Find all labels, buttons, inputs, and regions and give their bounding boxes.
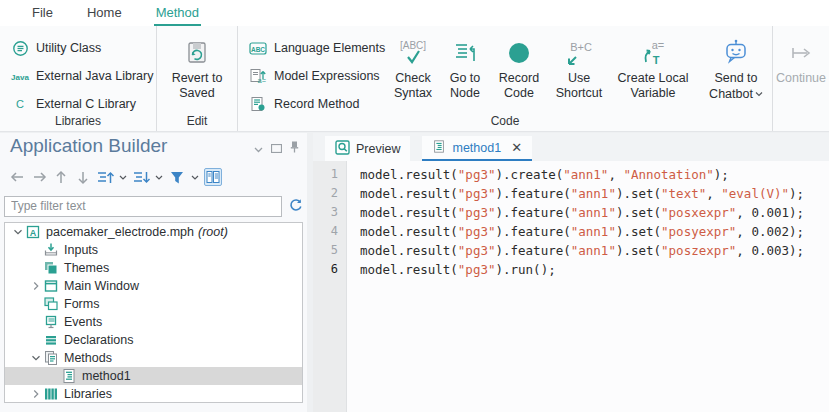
svg-text:A: A xyxy=(30,228,37,238)
panel-menu-chevron-icon[interactable] xyxy=(254,141,263,156)
go-to-node-label: Go to Node xyxy=(443,71,487,101)
record-code-label: Record Code xyxy=(493,71,545,101)
tree-item-label: Events xyxy=(64,315,102,329)
create-local-variable-label: Create Local Variable xyxy=(613,71,693,101)
tree-item-events[interactable]: Events xyxy=(5,313,302,331)
code-text: ).run(); xyxy=(495,262,555,277)
expander-down-icon[interactable] xyxy=(29,351,43,365)
use-shortcut-label: Use Shortcut xyxy=(551,71,607,101)
revert-to-saved-button[interactable]: Revert to Saved xyxy=(165,28,229,101)
svg-text:Java: Java xyxy=(11,73,29,82)
external-java-library-label: External Java Library xyxy=(36,69,153,83)
check-syntax-button[interactable]: [ABC] Check Syntax xyxy=(386,28,440,102)
record-method-icon xyxy=(248,95,268,113)
method-doc-icon xyxy=(432,139,446,157)
down-arrow-icon[interactable] xyxy=(74,168,92,186)
filter-caret-icon[interactable] xyxy=(190,168,200,186)
tree-item-label: Themes xyxy=(64,261,109,275)
tree-item-method1[interactable]: method1 xyxy=(5,367,302,385)
string-literal: "ann1" xyxy=(571,224,616,239)
float-window-icon[interactable] xyxy=(271,141,282,156)
methods-icon xyxy=(43,350,59,366)
move-up-caret-icon[interactable] xyxy=(118,168,128,186)
tab-home[interactable]: Home xyxy=(85,1,124,26)
tree-item-main-window[interactable]: Main Window xyxy=(5,277,302,295)
tab-file[interactable]: File xyxy=(30,1,55,26)
model-expressions-label: Model Expressions xyxy=(274,69,380,83)
go-to-node-button[interactable]: Go to Node xyxy=(440,28,490,102)
events-icon xyxy=(43,314,59,330)
language-elements-button[interactable]: ABC Language Elements xyxy=(248,34,385,62)
tree-item-forms[interactable]: Forms xyxy=(5,295,302,313)
themes-icon xyxy=(43,260,59,276)
record-code-button[interactable]: Record Code xyxy=(490,28,548,102)
code-text: ).set( xyxy=(616,205,661,220)
code-text: , 0.003); xyxy=(736,243,804,258)
svg-text:C: C xyxy=(16,98,24,110)
chatbot-icon xyxy=(721,35,751,71)
tree-item-declarations[interactable]: Declarations xyxy=(5,331,302,349)
method-editor: Preview method1 ✕ 123456 model.result("p… xyxy=(313,133,829,412)
utility-class-label: Utility Class xyxy=(36,41,101,55)
string-literal: "poszexpr" xyxy=(661,243,736,258)
tree-item-libraries[interactable]: Libraries xyxy=(5,385,302,403)
method1-tab-label: method1 xyxy=(452,141,501,155)
utility-class-icon xyxy=(10,39,30,57)
expander-down-icon[interactable] xyxy=(11,225,25,239)
code-line[interactable]: model.result("pg3").feature("ann1").set(… xyxy=(360,222,829,241)
expander-spacer xyxy=(29,315,43,329)
code-area[interactable]: model.result("pg3").create("ann1", "Anno… xyxy=(347,161,829,412)
move-down-list-icon[interactable] xyxy=(132,168,150,186)
revert-to-saved-icon xyxy=(183,35,211,71)
language-elements-label: Language Elements xyxy=(274,41,385,55)
code-line[interactable]: model.result("pg3").create("ann1", "Anno… xyxy=(360,165,829,184)
show-in-settings-toggle-icon[interactable] xyxy=(204,168,222,186)
expander-right-icon[interactable] xyxy=(29,279,43,293)
use-shortcut-button[interactable]: B+C Use Shortcut xyxy=(548,28,610,102)
code-line[interactable]: model.result("pg3").feature("ann1").set(… xyxy=(360,184,829,203)
tab-method[interactable]: Method xyxy=(154,1,201,26)
c-icon: C xyxy=(10,95,30,113)
tree-item-suffix: (root) xyxy=(198,225,228,239)
refresh-icon[interactable] xyxy=(288,197,303,215)
up-arrow-icon[interactable] xyxy=(52,168,70,186)
code-text: model.result( xyxy=(360,186,458,201)
chevron-down-icon[interactable] xyxy=(755,86,763,101)
create-local-variable-icon: a=T xyxy=(636,35,670,71)
expander-spacer xyxy=(29,333,43,347)
tab-method1[interactable]: method1 ✕ xyxy=(422,136,532,161)
app-root-icon: A xyxy=(25,224,41,240)
tree-item-inputs[interactable]: Inputs xyxy=(5,241,302,259)
string-literal: "pg3" xyxy=(458,243,496,258)
code-text: ); xyxy=(714,167,729,182)
string-literal: "text" xyxy=(661,186,706,201)
tab-preview[interactable]: Preview xyxy=(325,136,410,161)
use-shortcut-icon: B+C xyxy=(562,35,596,71)
send-to-chatbot-button[interactable]: Send to Chatbot xyxy=(696,28,776,102)
move-down-caret-icon[interactable] xyxy=(154,168,164,186)
declarations-icon xyxy=(43,332,59,348)
string-literal: "ann1" xyxy=(571,243,616,258)
create-local-variable-button[interactable]: a=T Create Local Variable xyxy=(610,28,696,102)
utility-class-button[interactable]: Utility Class xyxy=(10,34,153,62)
move-up-list-icon[interactable] xyxy=(96,168,114,186)
filter-funnel-icon[interactable] xyxy=(168,168,186,186)
pin-icon[interactable] xyxy=(290,141,299,156)
continue-button[interactable]: Continue xyxy=(773,28,829,86)
svg-text:a=: a= xyxy=(652,39,665,51)
expander-right-icon[interactable] xyxy=(29,387,43,401)
inputs-icon xyxy=(43,242,59,258)
code-line[interactable]: model.result("pg3").feature("ann1").set(… xyxy=(360,241,829,260)
code-text: ).feature( xyxy=(495,243,570,258)
tree-item-themes[interactable]: Themes xyxy=(5,259,302,277)
model-expressions-button[interactable]: a= Model Expressions xyxy=(248,62,385,90)
back-arrow-icon[interactable] xyxy=(8,168,26,186)
code-line[interactable]: model.result("pg3").run(); xyxy=(360,260,829,279)
tree-item-pacemaker-electrode-mph[interactable]: Apacemaker_electrode.mph(root) xyxy=(5,223,302,241)
forward-arrow-icon[interactable] xyxy=(30,168,48,186)
close-tab-icon[interactable]: ✕ xyxy=(511,140,522,155)
external-java-library-button[interactable]: Java External Java Library xyxy=(10,62,153,90)
tree-item-methods[interactable]: Methods xyxy=(5,349,302,367)
filter-input[interactable] xyxy=(4,196,282,217)
code-line[interactable]: model.result("pg3").feature("ann1").set(… xyxy=(360,203,829,222)
